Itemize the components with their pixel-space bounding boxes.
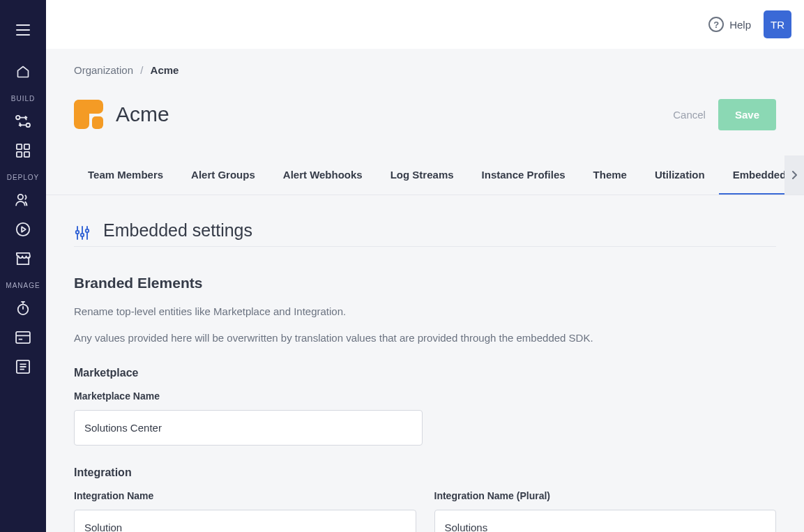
svg-rect-5: [24, 152, 29, 157]
svg-point-14: [76, 230, 79, 233]
content: Organization / Acme Acme Cancel Save Tea…: [46, 49, 804, 532]
breadcrumb-root[interactable]: Organization: [74, 64, 133, 76]
breadcrumb: Organization / Acme: [74, 64, 776, 76]
tab-log-streams[interactable]: Log Streams: [377, 155, 468, 195]
embedded-settings: Embedded settings Branded Elements Renam…: [74, 220, 776, 532]
sidebar: BUILD DEPLOY: [0, 0, 46, 532]
branded-elements-title: Branded Elements: [74, 275, 776, 291]
avatar-initials: TR: [771, 19, 784, 31]
svg-point-6: [18, 195, 23, 199]
tabs-scroll-right[interactable]: [784, 155, 804, 195]
marketplace-name-input[interactable]: [74, 410, 423, 446]
stopwatch-icon: [16, 301, 30, 316]
sidebar-item-components[interactable]: [0, 136, 46, 165]
help-label: Help: [729, 19, 751, 31]
card-icon: [15, 331, 31, 344]
integration-subheading: Integration: [74, 466, 776, 479]
breadcrumb-current: Acme: [151, 64, 179, 76]
topbar: ? Help TR: [46, 0, 804, 49]
tab-alert-webhooks[interactable]: Alert Webhooks: [269, 155, 377, 195]
home-icon: [16, 65, 30, 79]
page-title: Acme: [116, 102, 660, 126]
sidebar-item-logs[interactable]: [0, 352, 46, 381]
save-button[interactable]: Save: [718, 99, 776, 130]
sliders-icon: [74, 225, 91, 241]
tab-embedded[interactable]: Embedded: [719, 155, 784, 195]
integration-plural-input[interactable]: [434, 510, 777, 532]
sidebar-item-credentials[interactable]: [0, 323, 46, 352]
sidebar-section-deploy: DEPLOY: [0, 174, 46, 181]
play-circle-icon: [15, 222, 31, 237]
svg-point-0: [16, 116, 20, 119]
sidebar-section-build: BUILD: [0, 95, 46, 102]
menu-toggle[interactable]: [0, 15, 46, 45]
sidebar-item-executions[interactable]: [0, 294, 46, 323]
svg-point-15: [81, 233, 84, 236]
flow-icon: [15, 114, 31, 128]
chevron-right-icon: [791, 171, 797, 179]
svg-rect-13: [92, 116, 103, 129]
tab-team-members[interactable]: Team Members: [74, 155, 177, 195]
grid-icon: [16, 144, 30, 158]
sidebar-item-home[interactable]: [0, 57, 46, 86]
hamburger-icon: [16, 24, 30, 36]
marketplace-name-label: Marketplace Name: [74, 390, 776, 402]
tabs: Team MembersAlert GroupsAlert WebhooksLo…: [46, 155, 804, 195]
svg-rect-3: [24, 144, 29, 149]
tab-utilization[interactable]: Utilization: [641, 155, 719, 195]
sidebar-item-instances[interactable]: [0, 215, 46, 244]
org-logo: [74, 100, 103, 129]
sidebar-item-integrations[interactable]: [0, 107, 46, 136]
svg-rect-12: [74, 100, 103, 114]
svg-point-1: [26, 123, 30, 127]
sidebar-item-customers[interactable]: [0, 185, 46, 215]
svg-point-16: [86, 229, 89, 231]
users-icon: [15, 193, 31, 207]
svg-rect-9: [16, 332, 30, 343]
branded-elements-desc1: Rename top-level entities like Marketpla…: [74, 304, 776, 320]
tab-alert-groups[interactable]: Alert Groups: [177, 155, 269, 195]
settings-title: Embedded settings: [103, 220, 252, 245]
integration-plural-label: Integration Name (Plural): [434, 490, 777, 501]
svg-point-7: [17, 223, 29, 236]
branded-elements-desc2: Any values provided here will be overwri…: [74, 330, 776, 347]
list-icon: [16, 360, 30, 374]
help-button[interactable]: ? Help: [708, 17, 751, 32]
sidebar-section-manage: MANAGE: [0, 282, 46, 289]
svg-rect-2: [17, 144, 22, 149]
sidebar-item-marketplace[interactable]: [0, 244, 46, 273]
avatar[interactable]: TR: [764, 10, 791, 38]
cancel-button[interactable]: Cancel: [660, 100, 718, 129]
marketplace-subheading: Marketplace: [74, 367, 776, 379]
integration-name-input[interactable]: [74, 510, 416, 532]
tab-theme[interactable]: Theme: [579, 155, 641, 195]
breadcrumb-sep: /: [140, 64, 143, 76]
integration-name-label: Integration Name: [74, 490, 416, 501]
svg-rect-4: [17, 152, 22, 157]
storefront-icon: [15, 252, 31, 266]
tab-instance-profiles[interactable]: Instance Profiles: [468, 155, 579, 195]
title-row: Acme Cancel Save: [74, 89, 776, 140]
help-icon: ?: [708, 17, 724, 32]
